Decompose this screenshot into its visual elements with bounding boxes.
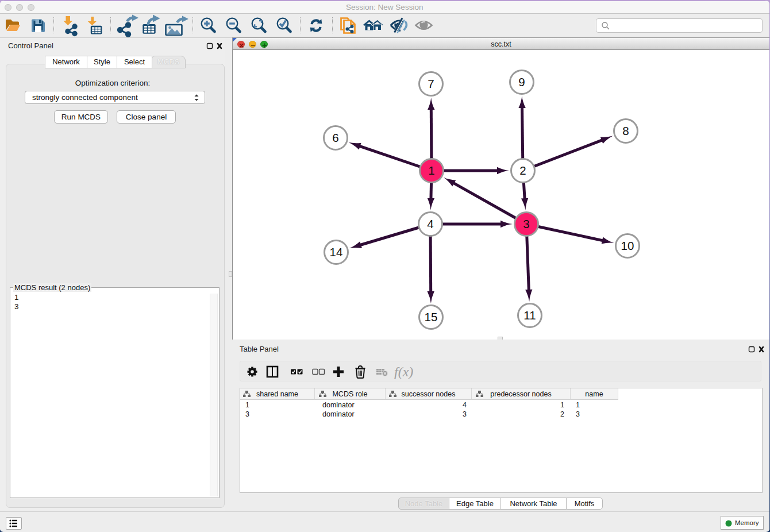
svg-text:3: 3 — [523, 217, 529, 230]
svg-text:4: 4 — [427, 217, 433, 230]
svg-text:11: 11 — [523, 309, 536, 322]
svg-text:f(x): f(x) — [394, 364, 413, 379]
svg-text:10: 10 — [621, 239, 634, 252]
svg-text:14: 14 — [330, 245, 343, 259]
svg-text:15: 15 — [425, 310, 438, 323]
svg-text:1: 1 — [428, 164, 434, 177]
svg-text:7: 7 — [428, 77, 434, 90]
svg-text:6: 6 — [332, 131, 338, 144]
svg-text:2: 2 — [519, 164, 526, 177]
svg-text:9: 9 — [518, 75, 525, 88]
svg-text:8: 8 — [622, 124, 629, 137]
